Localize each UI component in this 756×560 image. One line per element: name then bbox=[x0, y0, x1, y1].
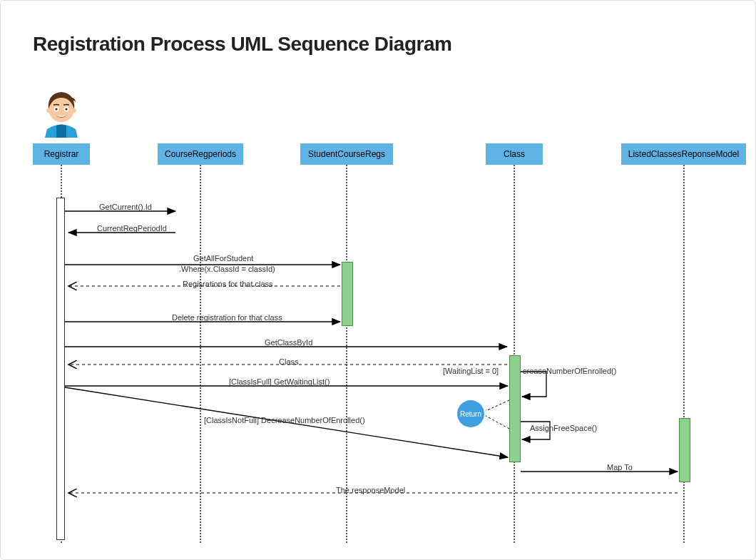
msg-getallforstudent-b: .Where(x.ClassId = classId) bbox=[179, 265, 275, 273]
msg-assignfreespace: AssignFreeSpace() bbox=[530, 424, 597, 432]
svg-point-5 bbox=[55, 108, 57, 110]
return-node: Return bbox=[457, 400, 484, 427]
return-label: Return bbox=[460, 410, 481, 418]
lifeline-head-class: Class bbox=[486, 143, 543, 165]
svg-line-16 bbox=[486, 416, 509, 429]
diagram-canvas: Registration Process UML Sequence Diagra… bbox=[0, 0, 756, 560]
msg-getclassbyid: GetClassById bbox=[265, 338, 312, 347]
msg-currentregperiodid: CurrentRegPeriodId bbox=[97, 224, 167, 233]
activation-listedmodel bbox=[679, 418, 690, 482]
msg-responsemodel: The responseModel bbox=[336, 486, 405, 494]
svg-point-2 bbox=[72, 108, 76, 113]
activation-registrar bbox=[56, 198, 65, 540]
lifeline-head-registrar: Registrar bbox=[33, 143, 90, 165]
lifeline-head-courseregperiods: CourseRegperiods bbox=[158, 143, 243, 165]
msg-deletereg: Delete registration for that class bbox=[172, 313, 282, 322]
lifeline-courseregperiods bbox=[200, 165, 201, 543]
lifeline-listedclassesresponsemodel bbox=[683, 165, 685, 543]
msg-mapto: Map To bbox=[607, 463, 633, 472]
msg-registrations: Regisrations for that class bbox=[183, 280, 273, 288]
msg-classisfull: [ClassIsFull] GetWaitingList() bbox=[229, 377, 330, 386]
activation-class bbox=[509, 355, 521, 462]
svg-line-15 bbox=[486, 400, 509, 411]
svg-point-1 bbox=[46, 108, 51, 113]
arrows-overlay bbox=[1, 1, 756, 560]
lifeline-head-studentcourseregs: StudentCourseRegs bbox=[300, 143, 393, 165]
actor-avatar bbox=[36, 81, 86, 138]
lifeline-head-listedclassesresponsemodel: ListedClassesReponseModel bbox=[621, 143, 746, 165]
msg-creasenumberenrolled: creaseNumberOfEnrolled() bbox=[523, 367, 616, 375]
diagram-title: Registration Process UML Sequence Diagra… bbox=[33, 33, 451, 56]
activation-studentcourseregs bbox=[342, 262, 353, 326]
lifeline-class bbox=[514, 165, 515, 543]
msg-classisnotfull: [ClassIsNotFull] DecreaseNumberOfEnrolle… bbox=[204, 416, 365, 424]
svg-point-6 bbox=[65, 108, 67, 110]
msg-getcurrent: GetCurrent().Id bbox=[99, 203, 152, 211]
msg-waitinglistzero: [WaitingList = 0] bbox=[443, 367, 499, 375]
msg-classreturn: Class bbox=[279, 357, 299, 366]
msg-getallforstudent-a: GetAllForStudent bbox=[193, 254, 253, 263]
